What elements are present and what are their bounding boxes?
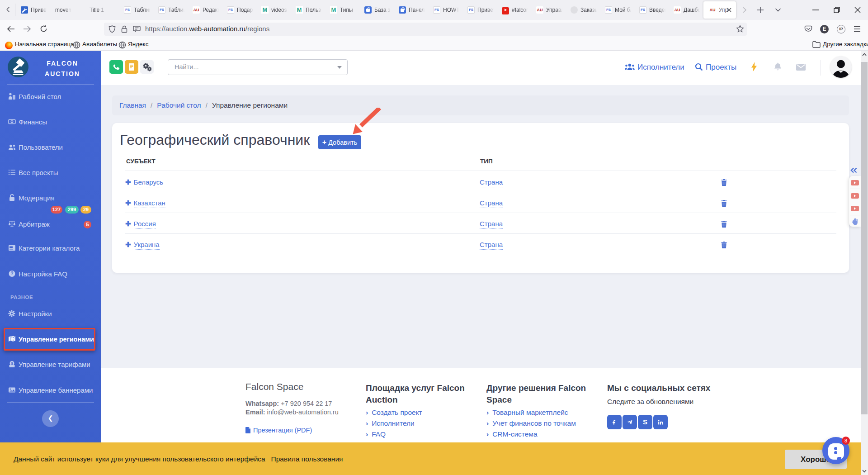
svg-text:?: ?	[10, 271, 13, 276]
